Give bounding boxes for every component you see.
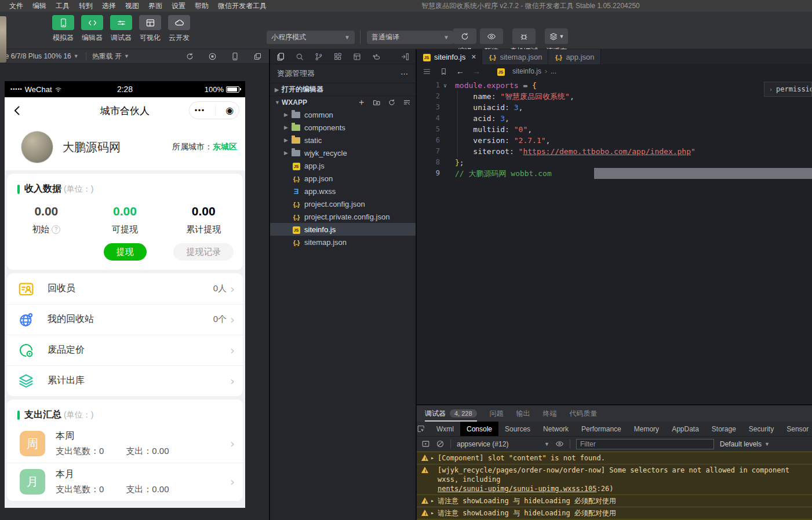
breadcrumb-more[interactable]: ... — [551, 67, 556, 75]
more-icon[interactable]: ••• — [195, 106, 205, 115]
open-editors-section[interactable]: ▶ 打开的编辑器 — [270, 83, 416, 96]
toolbar-button-simulator[interactable]: 模拟器 — [49, 15, 78, 43]
project-avatar[interactable] — [0, 16, 6, 63]
toolbar-button-debugger[interactable]: 调试器 — [107, 15, 136, 43]
menu-item[interactable]: 文件 — [5, 0, 28, 12]
devtools-tab-console[interactable]: Console — [460, 422, 498, 437]
panel-tab-代码质量[interactable]: 代码质量 — [570, 405, 598, 422]
devtools-tab-sensor[interactable]: Sensor — [780, 422, 812, 437]
live-expression-icon[interactable] — [555, 440, 564, 448]
menu-item[interactable]: 视图 — [121, 0, 144, 12]
tree-item-app.json[interactable]: {..}app.json — [270, 172, 416, 185]
devtools-tab-wxml[interactable]: Wxml — [430, 422, 460, 437]
tab-sitemap.json[interactable]: {..}sitemap.json — [482, 49, 548, 64]
expand-icon[interactable]: ▸ — [431, 453, 434, 463]
compile-select[interactable]: 普通编译 ▼ — [367, 31, 454, 44]
search-icon[interactable] — [295, 52, 304, 61]
code-editor[interactable]: › permission 1∨module.exports = {2 name:… — [417, 78, 812, 404]
log-levels-select[interactable]: Default levels ▼ — [720, 440, 770, 448]
files-icon[interactable] — [276, 52, 285, 61]
project-root-section[interactable]: ▼ WXAPP ＋ — [270, 96, 416, 108]
device-select[interactable]: ne 6/7/8 Plus 100% 16 — [1, 52, 71, 60]
console-warning[interactable]: ▸请注意 showLoading 与 hideLoading 必须配对使用 — [417, 495, 812, 507]
withdraw-log-button[interactable]: 提现记录 — [173, 243, 234, 261]
toolbar-button-editor[interactable]: 编辑器 — [78, 15, 107, 43]
devtools-tab-security[interactable]: Security — [742, 422, 780, 437]
tree-item-app.wxss[interactable]: Ǝapp.wxss — [270, 185, 416, 197]
close-icon[interactable]: × — [471, 52, 476, 61]
withdraw-button[interactable]: 提现 — [104, 243, 147, 261]
breadcrumb[interactable]: JS siteinfo.js › ... — [489, 67, 556, 76]
panel-tab-问题[interactable]: 问题 — [490, 405, 504, 422]
menu-item-pricing[interactable]: 废品定价› — [7, 335, 243, 365]
collapse-sidebar-icon[interactable] — [400, 52, 410, 61]
tree-item-project.private.config.json[interactable]: {..}project.private.config.json — [270, 210, 416, 223]
console-warning[interactable]: ▸[Component] slot "content" is not found… — [417, 452, 812, 464]
devtools-tab-sources[interactable]: Sources — [498, 422, 537, 437]
outline-icon[interactable] — [423, 67, 431, 76]
expand-icon[interactable]: ▸ — [431, 508, 434, 518]
tree-item-wjyk_recycle[interactable]: ▶wjyk_recycle — [270, 147, 416, 159]
tree-item-sitemap.json[interactable]: {..}sitemap.json — [270, 236, 416, 248]
menu-item[interactable]: 编辑 — [28, 0, 51, 12]
refresh-icon[interactable] — [388, 98, 396, 107]
tree-item-app.js[interactable]: JSapp.js — [270, 159, 416, 172]
tree-item-siteinfo.js[interactable]: JSsiteinfo.js — [270, 223, 416, 236]
tab-siteinfo.js[interactable]: JSsiteinfo.js× — [417, 49, 482, 64]
menu-item[interactable]: 转到 — [74, 0, 97, 12]
expand-icon[interactable]: ▸ — [431, 496, 434, 506]
new-folder-icon[interactable] — [373, 98, 381, 107]
tab-app.json[interactable]: {..}app.json — [548, 49, 600, 64]
git-icon[interactable] — [314, 52, 323, 61]
devtools-tab-storage[interactable]: Storage — [705, 422, 742, 437]
tree-item-project.config.json[interactable]: {..}project.config.json — [270, 197, 416, 210]
panel-tab-调试器[interactable]: 调试器4, 228 — [425, 405, 477, 422]
tree-item-common[interactable]: ▶common — [270, 108, 416, 121]
devtools-tab-appdata[interactable]: AppData — [665, 422, 705, 437]
menu-item-outbound[interactable]: 累计出库› — [7, 365, 243, 396]
mode-select[interactable]: 小程序模式 ▼ — [267, 31, 355, 44]
devtools-tab-network[interactable]: Network — [537, 422, 575, 437]
expense-row[interactable]: 周本周支出笔数：0支出：0.00› — [7, 424, 243, 463]
nav-back-icon[interactable]: ← — [456, 67, 464, 76]
fold-icon[interactable]: ∨ — [443, 80, 447, 91]
inspect-element-button[interactable] — [417, 422, 425, 437]
pkg-icon[interactable] — [352, 52, 362, 61]
phone-icon[interactable] — [231, 52, 239, 61]
help-icon[interactable]: ? — [52, 225, 60, 234]
bookmark-icon[interactable] — [439, 67, 448, 76]
clear-console-icon[interactable] — [436, 440, 445, 448]
menu-item[interactable]: 微信开发者工具 — [213, 0, 271, 12]
windows-icon[interactable] — [253, 52, 262, 61]
hot-reload-toggle[interactable]: 热重载 开 — [92, 52, 122, 61]
context-select[interactable]: appservice (#12) ▼ — [457, 440, 549, 448]
collapse-all-icon[interactable] — [403, 98, 411, 107]
avatar[interactable] — [21, 131, 53, 163]
menu-item[interactable]: 帮助 — [190, 0, 213, 12]
console-warning[interactable]: [wjyk_recycle/pages/order-now/order-now]… — [417, 464, 812, 495]
menu-item[interactable]: 设置 — [167, 0, 190, 12]
more-actions-icon[interactable]: ⋯ — [400, 69, 409, 78]
blocks-icon[interactable] — [333, 52, 343, 61]
console-sidebar-icon[interactable] — [421, 440, 430, 448]
toolbar-button-cloud-dev[interactable]: 云开发 — [165, 15, 194, 43]
menu-item[interactable]: 选择 — [97, 0, 121, 12]
expense-row[interactable]: 月本月支出笔数：0支出：0.00› — [7, 463, 243, 501]
refresh-icon[interactable] — [185, 52, 194, 61]
menu-item-station[interactable]: 我的回收站0个› — [7, 304, 243, 335]
record-icon[interactable] — [208, 52, 217, 61]
panel-tab-输出[interactable]: 输出 — [516, 405, 530, 422]
console-filter-input[interactable] — [576, 439, 714, 449]
back-icon[interactable] — [12, 105, 23, 116]
new-file-icon[interactable]: ＋ — [357, 97, 366, 108]
console-warning[interactable]: ▸请注意 showLoading 与 hideLoading 必须配对使用 — [417, 507, 812, 519]
toolbar-button-visualize[interactable]: 可视化 — [136, 15, 165, 43]
panel-tab-终端[interactable]: 终端 — [543, 405, 557, 422]
tree-item-static[interactable]: ▶static — [270, 134, 416, 147]
teapot-icon[interactable] — [372, 52, 381, 61]
menu-item[interactable]: 工具 — [51, 0, 74, 12]
devtools-tab-memory[interactable]: Memory — [628, 422, 665, 437]
devtools-tab-performance[interactable]: Performance — [575, 422, 628, 437]
city-value[interactable]: 东城区 — [213, 142, 237, 151]
menu-item-recycler[interactable]: 回收员0人› — [7, 273, 243, 304]
